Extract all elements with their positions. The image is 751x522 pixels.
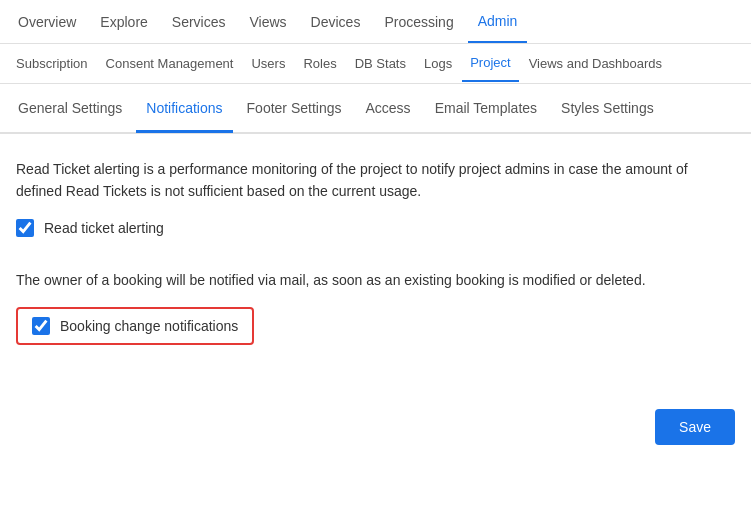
tab-notifications[interactable]: Notifications: [136, 86, 232, 133]
read-ticket-checkbox-row: Read ticket alerting: [16, 219, 735, 237]
read-ticket-checkbox[interactable]: [16, 219, 34, 237]
sub-nav: Subscription Consent Management Users Ro…: [0, 44, 751, 84]
subnav-views-dashboards[interactable]: Views and Dashboards: [521, 46, 670, 81]
booking-change-description: The owner of a booking will be notified …: [16, 269, 735, 291]
nav-explore[interactable]: Explore: [90, 2, 157, 42]
booking-change-label: Booking change notifications: [60, 318, 238, 334]
nav-overview[interactable]: Overview: [8, 2, 86, 42]
save-button[interactable]: Save: [655, 409, 735, 445]
subnav-db-stats[interactable]: DB Stats: [347, 46, 414, 81]
tab-footer-settings[interactable]: Footer Settings: [237, 86, 352, 130]
subnav-consent-management[interactable]: Consent Management: [98, 46, 242, 81]
subnav-subscription[interactable]: Subscription: [8, 46, 96, 81]
subnav-logs[interactable]: Logs: [416, 46, 460, 81]
nav-processing[interactable]: Processing: [374, 2, 463, 42]
nav-views[interactable]: Views: [240, 2, 297, 42]
top-nav: Overview Explore Services Views Devices …: [0, 0, 751, 44]
subnav-users[interactable]: Users: [243, 46, 293, 81]
subnav-roles[interactable]: Roles: [295, 46, 344, 81]
main-content: Read Ticket alerting is a performance mo…: [0, 134, 751, 401]
nav-admin[interactable]: Admin: [468, 1, 528, 43]
tab-general-settings[interactable]: General Settings: [8, 86, 132, 130]
tab-styles-settings[interactable]: Styles Settings: [551, 86, 664, 130]
subnav-project[interactable]: Project: [462, 45, 518, 82]
tab-email-templates[interactable]: Email Templates: [425, 86, 547, 130]
read-ticket-label: Read ticket alerting: [44, 220, 164, 236]
tab-access[interactable]: Access: [356, 86, 421, 130]
save-button-row: Save: [0, 401, 751, 453]
read-ticket-description: Read Ticket alerting is a performance mo…: [16, 158, 735, 203]
nav-devices[interactable]: Devices: [301, 2, 371, 42]
booking-change-checkbox-row: Booking change notifications: [16, 307, 254, 345]
booking-change-checkbox[interactable]: [32, 317, 50, 335]
tabs: General Settings Notifications Footer Se…: [0, 84, 751, 134]
nav-services[interactable]: Services: [162, 2, 236, 42]
